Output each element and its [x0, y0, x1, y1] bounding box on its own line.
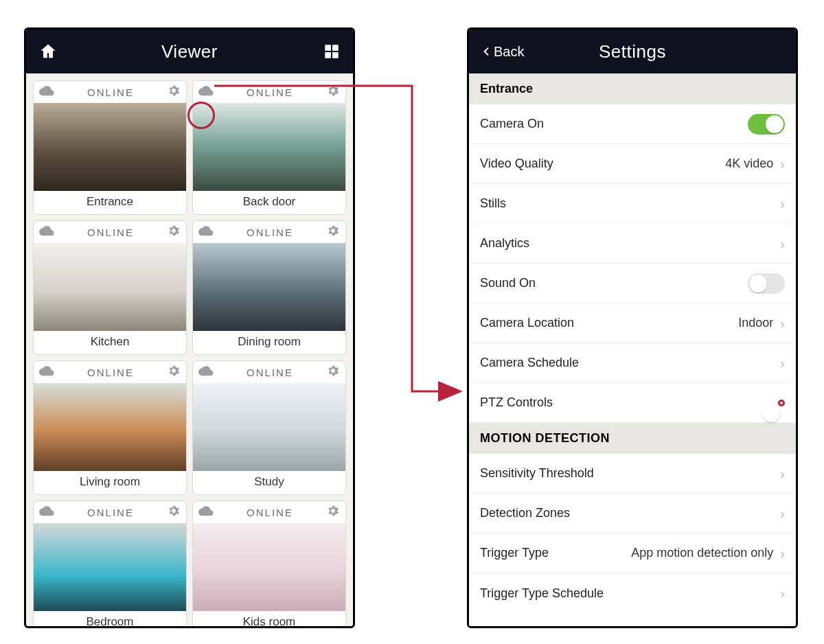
row-label: Camera On [480, 117, 544, 131]
viewer-header: Viewer [26, 30, 353, 73]
cloud-icon [39, 365, 54, 379]
grid-layout-button[interactable] [323, 43, 341, 60]
camera-thumbnail [193, 383, 345, 471]
row-label: Camera Schedule [480, 356, 579, 370]
viewer-title: Viewer [26, 41, 353, 62]
camera-settings-gear[interactable] [167, 364, 181, 380]
row-label: Stills [480, 196, 506, 211]
ptz-highlight [778, 400, 785, 406]
camera-label: Study [193, 471, 345, 494]
camera-thumbnail [34, 243, 186, 331]
cloud-icon [198, 85, 214, 99]
grid-icon [323, 43, 341, 60]
settings-body: Entrance Camera On Video Quality 4K vide… [469, 73, 796, 626]
row-video-quality[interactable]: Video Quality 4K video › [469, 144, 796, 184]
home-button[interactable] [38, 42, 58, 61]
settings-screen: Back Settings Entrance Camera On Video Q… [467, 27, 798, 628]
camera-status: ONLINE [87, 367, 134, 378]
camera-card[interactable]: ONLINEBack door [192, 80, 346, 215]
camera-label: Dining room [193, 331, 345, 354]
row-trigger-type[interactable]: Trigger Type App motion detection only › [469, 533, 796, 573]
camera-card-top: ONLINE [193, 221, 345, 243]
viewer-body: ONLINEEntranceONLINEBack doorONLINEKitch… [26, 73, 353, 626]
row-label: Camera Location [480, 316, 574, 330]
camera-status: ONLINE [247, 227, 293, 238]
camera-card-top: ONLINE [34, 501, 186, 523]
camera-card[interactable]: ONLINEEntrance [33, 80, 187, 215]
toggle-sound-on[interactable] [748, 273, 785, 294]
home-icon [38, 42, 58, 61]
camera-card[interactable]: ONLINELiving room [33, 360, 187, 495]
camera-settings-gear[interactable] [167, 224, 181, 240]
row-camera-location[interactable]: Camera Location Indoor › [469, 303, 796, 343]
row-label: Video Quality [480, 157, 553, 171]
camera-settings-gear[interactable] [167, 84, 181, 100]
camera-label: Living room [34, 471, 186, 494]
row-label: Sound On [480, 276, 536, 290]
camera-label: Back door [193, 191, 345, 214]
camera-settings-gear[interactable] [326, 504, 340, 520]
camera-card[interactable]: ONLINEKids room [192, 501, 346, 626]
row-trigger-type-schedule[interactable]: Trigger Type Schedule › [469, 573, 796, 613]
settings-header: Back Settings [469, 30, 796, 73]
camera-settings-gear[interactable] [167, 504, 181, 520]
camera-grid: ONLINEEntranceONLINEBack doorONLINEKitch… [33, 80, 346, 626]
camera-settings-gear[interactable] [326, 224, 340, 240]
back-button[interactable]: Back [481, 43, 524, 60]
camera-card-top: ONLINE [193, 81, 345, 103]
camera-status: ONLINE [87, 87, 134, 98]
camera-status: ONLINE [87, 507, 134, 518]
camera-card[interactable]: ONLINEKitchen [33, 220, 187, 355]
chevron-right-icon: › [780, 586, 785, 600]
camera-thumbnail [34, 103, 186, 191]
svg-rect-3 [332, 52, 339, 58]
row-ptz-controls[interactable]: PTZ Controls [469, 383, 796, 423]
row-stills[interactable]: Stills › [469, 184, 796, 224]
camera-thumbnail [34, 383, 186, 471]
camera-card-top: ONLINE [34, 361, 186, 383]
chevron-right-icon: › [780, 157, 785, 171]
chevron-right-icon: › [780, 237, 785, 251]
svg-rect-1 [332, 45, 339, 51]
camera-card[interactable]: ONLINEStudy [192, 360, 346, 495]
viewer-screen: Viewer ONLINEEntranceONLINEBack doorONLI… [24, 27, 355, 628]
chevron-right-icon: › [780, 507, 785, 520]
camera-label: Entrance [34, 191, 186, 214]
camera-status: ONLINE [87, 227, 134, 238]
camera-settings-gear[interactable] [326, 84, 340, 100]
row-sensitivity-threshold[interactable]: Sensitivity Threshold › [469, 454, 796, 494]
row-analytics[interactable]: Analytics › [469, 224, 796, 264]
camera-card[interactable]: ONLINEDining room [192, 220, 346, 355]
motion-detection-header: MOTION DETECTION [469, 423, 796, 454]
row-camera-on[interactable]: Camera On [469, 104, 796, 144]
chevron-left-icon [481, 43, 492, 60]
cloud-icon [39, 505, 54, 519]
camera-status: ONLINE [247, 87, 293, 98]
row-value: Indoor [738, 316, 773, 330]
camera-status: ONLINE [247, 507, 293, 518]
row-value: 4K video [725, 157, 773, 171]
camera-card-top: ONLINE [34, 221, 186, 243]
cloud-icon [198, 505, 214, 519]
row-detection-zones[interactable]: Detection Zones › [469, 494, 796, 533]
chevron-right-icon: › [780, 547, 785, 560]
camera-settings-gear[interactable] [326, 364, 340, 380]
camera-thumbnail [193, 103, 345, 191]
camera-card[interactable]: ONLINEBedroom [33, 501, 187, 626]
camera-label: Kids room [193, 611, 345, 626]
camera-card-top: ONLINE [193, 361, 345, 383]
row-label: Trigger Type [480, 546, 549, 560]
cloud-icon [39, 225, 54, 239]
camera-status: ONLINE [247, 367, 293, 378]
svg-rect-0 [325, 45, 331, 51]
camera-thumbnail [34, 523, 186, 611]
camera-thumbnail [193, 243, 345, 331]
camera-name-header: Entrance [469, 73, 796, 104]
chevron-right-icon: › [780, 356, 785, 370]
row-sound-on[interactable]: Sound On [469, 264, 796, 303]
row-camera-schedule[interactable]: Camera Schedule › [469, 343, 796, 383]
toggle-camera-on[interactable] [748, 114, 785, 135]
row-label: PTZ Controls [480, 395, 553, 410]
cloud-icon [39, 85, 54, 99]
chevron-right-icon: › [780, 197, 785, 211]
